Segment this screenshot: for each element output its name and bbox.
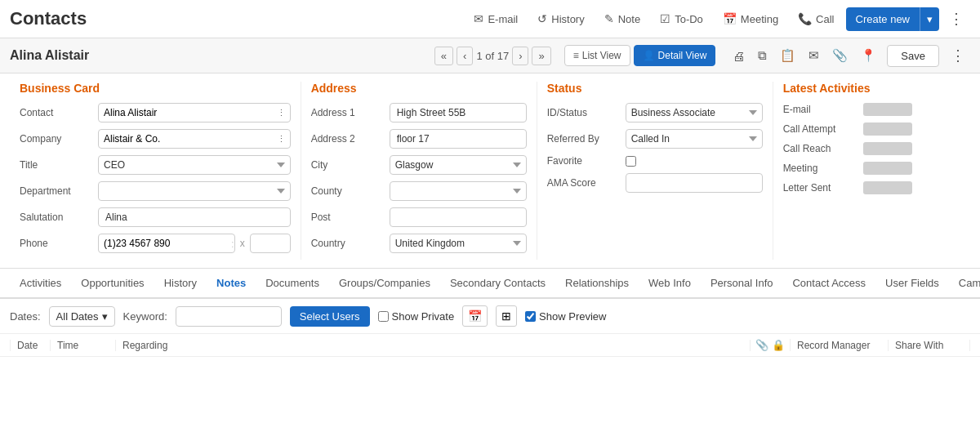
- contact-options-btn[interactable]: ⋮: [273, 106, 290, 120]
- county-field-row: County: [311, 181, 527, 201]
- select-users-btn[interactable]: Select Users: [290, 306, 370, 327]
- keyword-label: Keyword:: [123, 310, 167, 323]
- mail-icon[interactable]: ✉: [804, 44, 823, 67]
- favorite-checkbox[interactable]: [626, 156, 636, 167]
- top-more-btn[interactable]: ⋮: [942, 5, 970, 33]
- phone-ext-input[interactable]: [250, 234, 291, 253]
- company-options-btn[interactable]: ⋮: [273, 132, 290, 146]
- nav-prev-btn[interactable]: ‹: [457, 47, 473, 65]
- tab-personal-info[interactable]: Personal Info: [701, 269, 783, 299]
- latest-activities-title: Latest Activities: [783, 82, 960, 95]
- show-preview-checkbox[interactable]: [525, 311, 536, 322]
- col-record-manager: Record Manager: [791, 340, 889, 351]
- post-field-row: Post: [311, 207, 527, 227]
- id-status-select[interactable]: Business Associate: [626, 103, 763, 122]
- grid-icon-btn[interactable]: ⊞: [496, 305, 517, 327]
- city-select[interactable]: Glasgow: [390, 155, 527, 175]
- contact-input-wrap: ⋮: [98, 103, 291, 122]
- detail-view-btn[interactable]: 👤 Detail View: [634, 45, 716, 66]
- city-field-row: City Glasgow: [311, 155, 527, 175]
- location-icon[interactable]: 📍: [857, 44, 880, 67]
- nav-last-btn[interactable]: »: [532, 47, 550, 65]
- phone-input[interactable]: [99, 234, 231, 252]
- company-input[interactable]: [99, 130, 273, 148]
- show-private-label: Show Private: [392, 310, 455, 323]
- tab-campaign-re[interactable]: Campaign Re: [949, 269, 980, 299]
- save-btn[interactable]: Save: [887, 45, 939, 67]
- phone-clear-btn[interactable]: x: [240, 238, 245, 249]
- contact-input[interactable]: [99, 104, 273, 122]
- toolbar-icons: 🖨 ⧉ 📋 ✉ 📎 📍: [728, 44, 880, 67]
- nav-first-btn[interactable]: «: [434, 47, 453, 65]
- meeting-activity-label: Meeting: [783, 163, 857, 174]
- country-label: Country: [311, 238, 385, 249]
- show-preview-wrap: Show Preview: [525, 310, 606, 323]
- county-select[interactable]: [390, 181, 527, 201]
- create-new-label[interactable]: Create new: [846, 7, 920, 31]
- attach-col-icon: 📎: [755, 339, 768, 351]
- create-new-arrow-icon[interactable]: ▾: [920, 7, 939, 31]
- ama-score-field-row: AMA Score: [547, 173, 763, 193]
- nav-next-btn[interactable]: ›: [512, 47, 528, 65]
- tab-groups-companies[interactable]: Groups/Companies: [329, 269, 440, 299]
- tab-web-info[interactable]: Web Info: [639, 269, 701, 299]
- referred-by-select[interactable]: Called In: [626, 129, 763, 149]
- meeting-nav-btn[interactable]: 📅 Meeting: [715, 7, 786, 30]
- calendar-icon-btn[interactable]: 📅: [462, 305, 488, 327]
- record-more-btn[interactable]: ⋮: [946, 43, 970, 68]
- keyword-input[interactable]: [176, 306, 282, 327]
- list-view-btn[interactable]: ≡ List View: [564, 45, 630, 66]
- country-select[interactable]: United Kingdom: [390, 234, 527, 253]
- company-field-row: Company ⋮: [20, 129, 291, 149]
- tab-contact-access[interactable]: Contact Access: [782, 269, 875, 299]
- post-input[interactable]: [390, 207, 527, 227]
- title-field-row: Title CEO: [20, 155, 291, 175]
- record-name: Alina Alistair: [10, 48, 89, 63]
- export-icon[interactable]: 📋: [776, 44, 800, 67]
- tab-opportunities[interactable]: Opportunities: [71, 269, 154, 299]
- attach-icon[interactable]: 📎: [828, 44, 852, 67]
- tab-activities[interactable]: Activities: [10, 269, 71, 299]
- copy-icon[interactable]: ⧉: [754, 44, 771, 67]
- notes-toolbar: Dates: All Dates ▾ Keyword: Select Users…: [0, 299, 980, 334]
- note-nav-btn[interactable]: ✎ Note: [596, 7, 648, 30]
- tabs-bar: Activities Opportunities History Notes D…: [0, 269, 980, 299]
- tab-history[interactable]: History: [154, 269, 207, 299]
- department-select[interactable]: [98, 181, 291, 201]
- tab-relationships[interactable]: Relationships: [555, 269, 639, 299]
- address2-input[interactable]: [390, 129, 527, 149]
- nav-arrows: « ‹ 1 of 17 › »: [434, 47, 551, 65]
- salutation-input[interactable]: [98, 207, 291, 227]
- email-nav-btn[interactable]: ✉ E-mail: [466, 7, 526, 30]
- list-view-icon: ≡: [573, 50, 579, 61]
- tab-notes[interactable]: Notes: [207, 269, 256, 299]
- tab-user-fields[interactable]: User Fields: [875, 269, 949, 299]
- ama-score-input[interactable]: [626, 173, 763, 193]
- dates-select[interactable]: All Dates ▾: [49, 306, 115, 327]
- call-nav-btn[interactable]: 📞 Call: [790, 7, 842, 30]
- print-icon[interactable]: 🖨: [728, 45, 749, 67]
- col-regarding: Regarding: [116, 340, 751, 351]
- call-reach-activity-row: Call Reach: [783, 142, 960, 155]
- address2-field-row: Address 2: [311, 129, 527, 149]
- tab-secondary-contacts[interactable]: Secondary Contacts: [440, 269, 555, 299]
- todo-nav-btn[interactable]: ☑ To-Do: [652, 7, 711, 30]
- address1-field-row: Address 1: [311, 103, 527, 122]
- city-label: City: [311, 159, 385, 171]
- note-nav-label: Note: [618, 13, 640, 25]
- status-title: Status: [547, 82, 763, 95]
- record-bar: Alina Alistair « ‹ 1 of 17 › » ≡ List Vi…: [0, 38, 980, 73]
- show-private-checkbox[interactable]: [378, 311, 389, 322]
- history-nav-btn[interactable]: ↺ History: [529, 7, 592, 30]
- title-select[interactable]: CEO: [98, 155, 291, 175]
- address1-input[interactable]: [390, 103, 527, 122]
- favorite-label: Favorite: [547, 155, 621, 167]
- show-preview-label: Show Preview: [539, 310, 606, 323]
- dates-label: Dates:: [10, 310, 41, 323]
- app-title: Contacts: [10, 8, 87, 29]
- tab-documents[interactable]: Documents: [256, 269, 329, 299]
- create-new-btn[interactable]: Create new ▾: [846, 7, 939, 31]
- call-reach-activity-bar: [863, 142, 912, 155]
- col-icons: 📎 🔒: [751, 339, 791, 351]
- detail-view-icon: 👤: [643, 50, 655, 61]
